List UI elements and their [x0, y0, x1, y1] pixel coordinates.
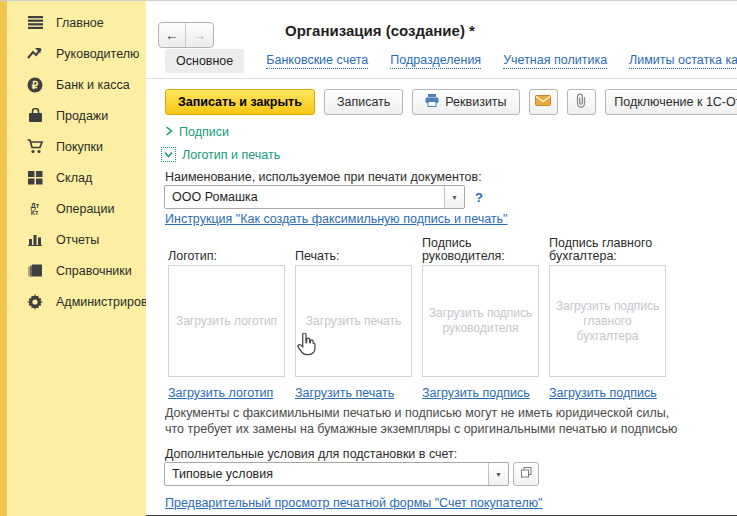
conditions-value[interactable]: Типовые условия [165, 463, 488, 485]
tabs-separator [146, 78, 737, 79]
books-icon [26, 262, 44, 280]
upload-placeholder: Загрузить логотип [176, 314, 277, 329]
dropdown-arrow-icon[interactable]: ▾ [444, 186, 464, 208]
sidebar-item-administration[interactable]: Администрирование [0, 286, 146, 317]
open-item-button[interactable] [513, 462, 539, 486]
print-name-value[interactable]: ООО Ромашка [165, 186, 444, 208]
tab-cash-limits[interactable]: Лимиты остатка кассы [629, 53, 737, 69]
upload-column-director-signature: Подпись руководителя: Загрузить подпись … [422, 234, 539, 400]
page-title: Организация (создание) * [285, 22, 475, 39]
disclaimer-line: что требует их замены на бумажные экземп… [165, 421, 677, 437]
sidebar-item-label: Отчеты [56, 233, 99, 247]
menu-icon [26, 14, 44, 32]
sidebar-item-label: Главное [56, 16, 104, 30]
upload-placeholder: Загрузить печать [306, 314, 401, 329]
conditions-label: Дополнительные условия для подстановки в… [165, 447, 457, 461]
history-nav: ← → [158, 22, 214, 48]
sidebar-item-purchases[interactable]: Покупки [0, 131, 146, 162]
section-logo-print-label: Логотип и печать [182, 148, 280, 162]
bag-icon [26, 107, 44, 125]
dropdown-arrow-icon[interactable]: ▾ [488, 463, 508, 485]
sidebar-item-label: Банк и касса [56, 78, 130, 92]
warehouse-icon [26, 169, 44, 187]
cart-icon [26, 138, 44, 156]
sidebar-item-label: Склад [56, 171, 92, 185]
upload-column-stamp: Печать: Загрузить печать Загрузить печат… [295, 234, 412, 400]
upload-grid: Логотип: Загрузить логотип Загрузить лог… [168, 234, 666, 400]
sidebar-item-label: Справочники [56, 264, 132, 278]
attachment-button[interactable] [567, 89, 596, 115]
sidebar-item-label: Покупки [56, 140, 103, 154]
load-stamp-link[interactable]: Загрузить печать [295, 386, 394, 400]
upload-label: Логотип: [168, 234, 285, 265]
trend-icon [26, 45, 44, 63]
facsimile-disclaimer: Документы с факсимильными печатью и подп… [165, 405, 677, 437]
dt-kt-icon: ДтКт [26, 200, 44, 218]
upload-label: Подпись руководителя: [422, 234, 539, 265]
help-icon[interactable]: ? [475, 190, 483, 205]
section-signatures-label: Подписи [179, 125, 229, 139]
sidebar-item-directories[interactable]: Справочники [0, 255, 146, 286]
open-icon [521, 467, 532, 481]
stamp-upload-area[interactable]: Загрузить печать [295, 265, 412, 377]
gear-icon [26, 293, 44, 311]
disclaimer-line: Документы с факсимильными печатью и подп… [165, 405, 677, 421]
sidebar-item-label: Продажи [56, 109, 108, 123]
tab-main[interactable]: Основное [165, 49, 244, 73]
chevron-down-icon [161, 147, 176, 162]
print-name-field[interactable]: ООО Ромашка ▾ [164, 185, 465, 209]
accountant-signature-upload-area[interactable]: Загрузить подпись главного бухгалтера [549, 265, 666, 377]
sidebar-item-label: Операции [56, 202, 114, 216]
sidebar-item-reports[interactable]: Отчеты [0, 224, 146, 255]
sidebar-nav: Главное Руководителю ₽ Банк и касса Прод… [0, 7, 146, 317]
director-signature-upload-area[interactable]: Загрузить подпись руководителя [422, 265, 539, 377]
sidebar-item-sales[interactable]: Продажи [0, 100, 146, 131]
tab-bar: Основное Банковские счета Подразделения … [165, 49, 737, 73]
printer-icon [425, 94, 439, 110]
load-accountant-signature-link[interactable]: Загрузить подпись [549, 386, 657, 400]
upload-placeholder: Загрузить подпись руководителя [427, 306, 534, 336]
conditions-field[interactable]: Типовые условия ▾ [164, 462, 509, 486]
upload-placeholder: Загрузить подпись главного бухгалтера [554, 299, 661, 344]
save-and-close-button[interactable]: Записать и закрыть [165, 89, 315, 115]
sidebar-item-warehouse[interactable]: Склад [0, 162, 146, 193]
section-signatures[interactable]: Подписи [165, 125, 229, 139]
upload-label: Подпись главного бухгалтера: [549, 234, 666, 265]
instruction-link[interactable]: Инструкция "Как создать факсимильную под… [165, 212, 508, 226]
sidebar-item-manager[interactable]: Руководителю [0, 38, 146, 69]
tab-subdivisions[interactable]: Подразделения [390, 53, 481, 69]
conditions-row: Типовые условия ▾ [164, 462, 539, 486]
logo-upload-area[interactable]: Загрузить логотип [168, 265, 285, 377]
envelope-icon [535, 95, 551, 109]
connect-1c-reporting-button[interactable]: Подключение к 1С-Отче [605, 89, 737, 115]
toolbar: Записать и закрыть Записать Реквизиты По… [165, 89, 737, 115]
load-logo-link[interactable]: Загрузить логотип [168, 386, 273, 400]
bar-chart-icon [26, 231, 44, 249]
forward-button[interactable]: → [186, 23, 213, 47]
section-logo-print[interactable]: Логотип и печать [161, 147, 280, 162]
paperclip-icon [574, 93, 588, 111]
sidebar-item-label: Руководителю [56, 47, 139, 61]
print-name-row: ООО Ромашка ▾ ? [164, 185, 483, 209]
sidebar-item-operations[interactable]: ДтКт Операции [0, 193, 146, 224]
sidebar-item-main[interactable]: Главное [0, 7, 146, 38]
tab-bank-accounts[interactable]: Банковские счета [266, 53, 368, 69]
main-content: ← → Организация (создание) * Основное Ба… [146, 1, 737, 516]
ruble-icon: ₽ [26, 76, 44, 94]
svg-text:₽: ₽ [32, 79, 39, 90]
save-button[interactable]: Записать [324, 89, 403, 115]
print-name-label: Наименование, используемое при печати до… [165, 170, 482, 184]
tab-accounting-policy[interactable]: Учетная политика [503, 53, 607, 69]
preview-invoice-link[interactable]: Предварительный просмотр печатной формы … [165, 496, 543, 510]
upload-column-logo: Логотип: Загрузить логотип Загрузить лог… [168, 234, 285, 400]
back-button[interactable]: ← [159, 23, 186, 47]
upload-column-accountant-signature: Подпись главного бухгалтера: Загрузить п… [549, 234, 666, 400]
requisites-button[interactable]: Реквизиты [412, 89, 519, 115]
sidebar-item-bank[interactable]: ₽ Банк и касса [0, 69, 146, 100]
upload-label: Печать: [295, 234, 412, 265]
chevron-right-icon [165, 125, 173, 139]
sidebar: Главное Руководителю ₽ Банк и касса Прод… [0, 1, 146, 516]
requisites-label: Реквизиты [445, 95, 506, 109]
email-button[interactable] [529, 89, 558, 115]
load-director-signature-link[interactable]: Загрузить подпись [422, 386, 530, 400]
